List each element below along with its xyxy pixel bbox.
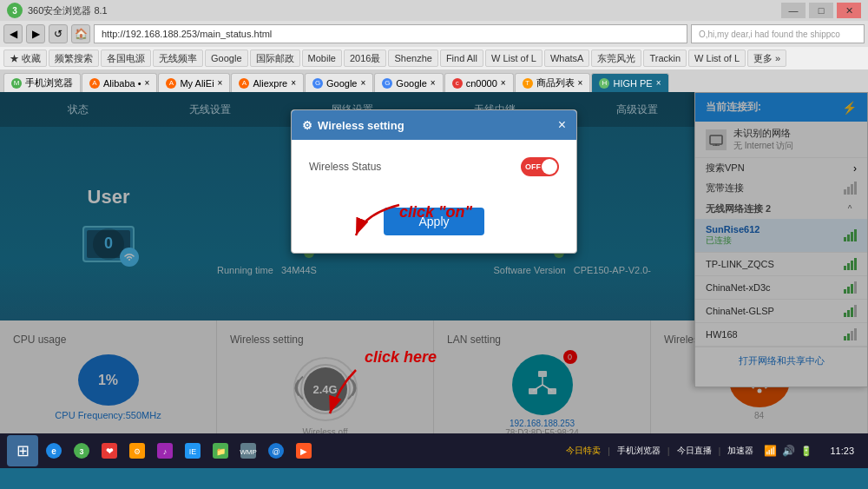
- wireless-status-row: Wireless Status OFF: [309, 157, 559, 176]
- bookmark-wlist[interactable]: W List of L: [485, 50, 542, 67]
- modal-close-button[interactable]: ×: [558, 117, 566, 133]
- browser-title: 360安全浏览器 8.1: [28, 4, 108, 17]
- bookmark-more[interactable]: 更多 »: [747, 50, 786, 67]
- taskbar-icon-app2[interactable]: ⚙: [125, 439, 149, 463]
- bookmark-google[interactable]: Google: [205, 50, 247, 67]
- bookmark-search[interactable]: 频繁搜索: [49, 50, 99, 67]
- tab-close-cn[interactable]: ×: [501, 78, 506, 88]
- tab-mobile[interactable]: M 手机浏览器: [3, 73, 81, 92]
- bookmark-dg[interactable]: 东莞风光: [591, 50, 641, 67]
- modal-title: Wireless setting: [318, 119, 404, 132]
- system-clock[interactable]: 11:23: [823, 446, 861, 456]
- toggle-thumb: [542, 159, 557, 175]
- taskbar-icon-app5[interactable]: 📁: [208, 439, 233, 463]
- bookmark-wireless[interactable]: 无线频率: [153, 50, 203, 67]
- address-bar[interactable]: http://192.168.188.253/main_status.html: [94, 24, 687, 43]
- taskbar: ⊞ e 3 ❤ ⚙ ♪ IE: [0, 433, 868, 468]
- tab-close-highpe[interactable]: ×: [656, 78, 661, 88]
- bookmark-findall[interactable]: Find All: [440, 50, 483, 67]
- forward-button[interactable]: ▶: [26, 24, 45, 43]
- back-button[interactable]: ◀: [3, 24, 23, 43]
- minimize-button[interactable]: —: [781, 3, 806, 18]
- tab-label-google1: Google: [326, 78, 357, 89]
- tab-label-aliexpress: Aliexpre: [253, 78, 287, 89]
- bookmark-shenzhe[interactable]: Shenzhe: [388, 50, 437, 67]
- tab-favicon-alibaba: A: [89, 78, 100, 89]
- annotation-click-here: click here: [365, 348, 437, 367]
- search-bar[interactable]: O,hi,my dear,i had found the shippco: [691, 24, 865, 43]
- tabs-bar: M 手机浏览器 A Alibaba • × A My AliEi × A Ali…: [0, 69, 868, 92]
- svg-text:e: e: [51, 446, 56, 456]
- taskbar-notifications: 今日特卖 | 手机浏览器 | 今日直播 | 加速器: [566, 445, 754, 457]
- tab-label-myaliei: My AliEi: [180, 78, 214, 89]
- tab-close-product[interactable]: ×: [578, 78, 583, 88]
- tray-volume-icon[interactable]: 🔊: [782, 445, 795, 457]
- svg-text:♪: ♪: [163, 447, 168, 456]
- taskbar-icon-360[interactable]: 3: [69, 439, 94, 463]
- tab-close-google2[interactable]: ×: [431, 78, 436, 88]
- taskbar-icon-ie[interactable]: e: [42, 439, 66, 463]
- tab-close-google1[interactable]: ×: [361, 78, 366, 88]
- tab-favicon-product: T: [523, 78, 533, 89]
- notif-sep1: |: [608, 446, 610, 456]
- tab-favicon-google1: G: [312, 78, 323, 89]
- notif-sale[interactable]: 今日特卖: [566, 445, 601, 457]
- taskbar-icon-app4[interactable]: IE: [181, 439, 205, 463]
- tab-close-alibaba[interactable]: ×: [145, 78, 150, 88]
- taskbar-icon-app1[interactable]: ❤: [97, 439, 122, 463]
- notif-sep2: |: [667, 446, 670, 456]
- svg-text:IE: IE: [189, 447, 197, 456]
- maximize-button[interactable]: □: [809, 3, 833, 18]
- taskbar-icon-browser[interactable]: @: [264, 439, 288, 463]
- taskbar-icon-app7[interactable]: ▶: [292, 439, 316, 463]
- system-tray: 📶 🔊 🔋: [757, 445, 819, 457]
- clock-time: 11:23: [830, 446, 854, 456]
- tab-alibaba[interactable]: A Alibaba • ×: [82, 73, 157, 92]
- tab-favicon-myaliei: A: [166, 78, 176, 89]
- tab-cn[interactable]: c cn0000 ×: [444, 73, 514, 92]
- bookmark-whats[interactable]: WhatsA: [544, 50, 590, 67]
- bookmark-power[interactable]: 各国电源: [101, 50, 151, 67]
- start-button[interactable]: ⊞: [7, 435, 38, 466]
- annotation-click-on: click "on": [399, 203, 472, 221]
- taskbar-icon-app3[interactable]: ♪: [153, 439, 177, 463]
- main-content: 状态 无线设置 网络设置 无线中继 高级设置 系统工具 User 0: [0, 92, 868, 433]
- title-bar: 3 360安全浏览器 8.1 — □ ✕: [0, 0, 868, 21]
- window-controls: — □ ✕: [781, 3, 861, 18]
- tab-label-google2: Google: [396, 78, 426, 89]
- tray-network-icon[interactable]: 📶: [764, 445, 777, 457]
- notif-mobile[interactable]: 手机浏览器: [617, 445, 661, 457]
- notif-live[interactable]: 今日直播: [677, 445, 712, 457]
- close-button[interactable]: ✕: [837, 3, 861, 18]
- taskbar-icon-app6[interactable]: WMP: [236, 439, 260, 463]
- tray-battery-icon[interactable]: 🔋: [800, 446, 812, 457]
- bookmark-2016[interactable]: 2016最: [344, 50, 386, 67]
- bookmark-favorites[interactable]: ★ 收藏: [3, 50, 47, 67]
- tab-favicon-mobile: M: [11, 78, 22, 89]
- tab-close-aliexpress[interactable]: ×: [291, 78, 296, 88]
- tab-close-myaliei[interactable]: ×: [218, 78, 223, 88]
- tab-google2[interactable]: G Google ×: [374, 73, 443, 92]
- svg-text:@: @: [272, 447, 279, 456]
- tab-aliexpress[interactable]: A Aliexpre ×: [231, 73, 304, 92]
- refresh-button[interactable]: ↺: [49, 24, 68, 43]
- tab-product[interactable]: T 商品列表 ×: [515, 73, 591, 92]
- svg-text:⚙: ⚙: [134, 447, 141, 456]
- bookmark-postal[interactable]: 国际邮政: [250, 50, 300, 67]
- search-text: O,hi,my dear,i had found the shippco: [699, 30, 840, 39]
- bookmark-wlist2[interactable]: W List of L: [688, 50, 746, 67]
- wireless-toggle[interactable]: OFF: [521, 157, 559, 176]
- modal-header-icon: ⚙: [302, 119, 312, 132]
- tab-highpe[interactable]: H HIGH PE ×: [591, 73, 668, 92]
- toggle-wrapper: OFF: [521, 157, 559, 176]
- tab-myaliei[interactable]: A My AliEi ×: [158, 73, 230, 92]
- wireless-setting-modal: ⚙ Wireless setting × Wireless Status OFF: [291, 109, 577, 254]
- notif-accel[interactable]: 加速器: [727, 445, 753, 457]
- bookmark-mobile[interactable]: Mobile: [302, 50, 342, 67]
- modal-body: Wireless Status OFF: [292, 140, 576, 208]
- svg-text:▶: ▶: [300, 446, 307, 456]
- bookmark-track[interactable]: Trackin: [643, 50, 687, 67]
- svg-text:WMP: WMP: [240, 448, 257, 456]
- tab-google1[interactable]: G Google ×: [305, 73, 373, 92]
- home-button[interactable]: 🏠: [71, 24, 90, 43]
